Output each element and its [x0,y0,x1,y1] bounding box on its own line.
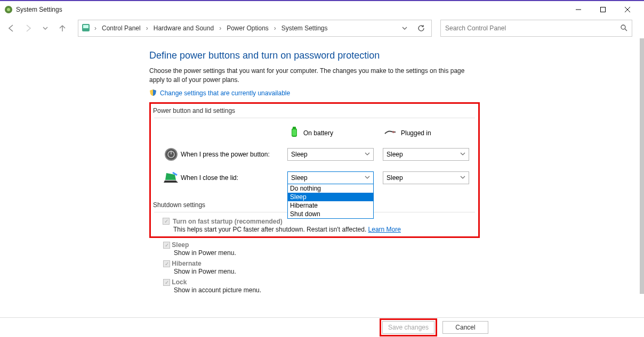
breadcrumb-item[interactable]: Power Options [226,24,270,32]
hibernate-checkbox: ✓ [163,260,170,267]
lid-plugged-select[interactable]: Sleep [383,171,469,184]
hibernate-desc: Show in Power menu. [163,268,482,275]
window-title: System Settings [16,6,62,13]
breadcrumb-dropdown-button[interactable] [398,25,411,31]
fast-startup-desc: This helps start your PC faster after sh… [173,226,368,233]
lock-desc: Show in account picture menu. [163,286,482,294]
column-headers: On battery Plugged in [151,124,478,143]
hibernate-label: Hibernate [172,260,201,267]
footer: Save changes Cancel [0,317,644,336]
page-title: Define power buttons and turn on passwor… [149,50,482,61]
power-icon [162,147,181,162]
recent-dropdown-button[interactable] [38,21,52,35]
breadcrumb-item[interactable]: System Settings [280,24,329,32]
power-button-row: When I press the power button: Sleep Sle… [151,143,478,166]
breadcrumb-item[interactable]: Hardware and Sound [152,24,215,32]
lock-checkbox: ✓ [163,279,170,286]
refresh-button[interactable] [414,24,428,32]
lid-label: When I close the lid: [181,174,287,182]
select-value: Sleep [387,151,403,158]
dropdown-option[interactable]: Do nothing [288,184,373,193]
breadcrumb: › Control Panel › Hardware and Sound › P… [78,20,432,37]
chevron-right-icon: › [218,24,222,32]
power-button-plugged-select[interactable]: Sleep [383,148,469,161]
dropdown-option[interactable]: Sleep [288,193,373,201]
shield-icon [149,89,157,98]
close-button[interactable] [615,1,640,18]
select-value: Sleep [291,151,308,158]
power-button-label: When I press the power button: [181,151,287,158]
chevron-down-icon [365,151,370,158]
svg-point-13 [392,131,395,133]
lock-label: Lock [172,278,187,286]
chevron-right-icon: › [93,24,98,32]
plugged-in-label: Plugged in [401,129,431,137]
sleep-checkbox: ✓ [163,242,170,249]
app-icon [4,5,13,14]
chevron-down-icon [460,151,465,158]
cancel-button[interactable]: Cancel [442,321,488,334]
search-box[interactable] [440,20,632,37]
change-unavailable-link[interactable]: Change settings that are currently unava… [149,89,290,98]
change-unavailable-label: Change settings that are currently unava… [160,89,290,97]
learn-more-link[interactable]: Learn More [368,226,401,233]
sleep-desc: Show in Power menu. [163,249,482,257]
select-value: Sleep [291,174,308,182]
title-bar: System Settings [0,1,644,18]
page-description: Choose the power settings that you want … [149,67,474,85]
svg-line-9 [625,29,627,31]
battery-icon [289,126,299,139]
search-input[interactable] [445,24,620,32]
control-panel-icon [82,23,90,34]
svg-point-8 [621,25,625,29]
nav-row: › Control Panel › Hardware and Sound › P… [0,18,644,38]
lid-row: When I close the lid: Sleep Do nothing S… [151,166,478,190]
highlighted-section: Power button and lid settings On battery… [149,102,480,238]
breadcrumb-item[interactable]: Control Panel [101,24,142,32]
svg-point-1 [7,8,10,11]
lid-battery-select[interactable]: Sleep [287,171,374,184]
plug-icon [384,128,397,137]
on-battery-label: On battery [303,129,333,137]
dropdown-option[interactable]: Hibernate [288,201,373,210]
save-highlight: Save changes [380,318,437,336]
chevron-down-icon [365,174,370,182]
fast-startup-label: Turn on fast startup (recommended) [173,218,283,225]
chevron-down-icon [460,174,465,182]
dropdown-option[interactable]: Shut down [288,210,373,218]
power-button-battery-select[interactable]: Sleep [287,148,374,161]
up-button[interactable] [55,21,69,35]
select-value: Sleep [387,174,403,182]
minimize-button[interactable] [566,1,591,18]
scrollbar-vertical[interactable] [640,38,644,294]
laptop-lid-icon [162,172,181,184]
power-button-section-title: Power button and lid settings [151,106,478,118]
search-icon[interactable] [620,24,627,33]
svg-rect-3 [601,7,606,12]
chevron-right-icon: › [145,24,149,32]
save-changes-button[interactable]: Save changes [382,321,434,334]
chevron-right-icon: › [273,24,277,32]
lid-battery-dropdown: Do nothing Sleep Hibernate Shut down [287,184,374,219]
maximize-button[interactable] [591,1,615,18]
svg-rect-12 [292,129,296,136]
back-button[interactable] [4,21,18,35]
sleep-label: Sleep [172,241,189,249]
forward-button[interactable] [21,21,35,35]
svg-rect-7 [83,25,88,28]
svg-rect-11 [293,127,296,129]
fast-startup-checkbox: ✓ [163,218,170,225]
